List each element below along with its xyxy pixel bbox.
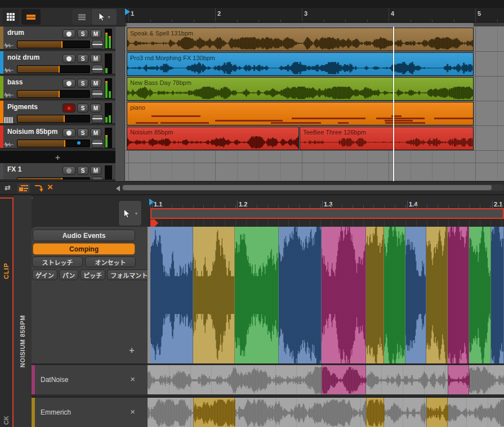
lane-name: DatNoise <box>41 376 68 384</box>
comp-segment[interactable] <box>193 227 235 363</box>
arranger-clip[interactable]: New Bass Day 78bpm <box>127 77 474 101</box>
lane-waveform-area[interactable] <box>148 398 504 427</box>
minor-tick <box>150 20 151 22</box>
record-arm-button[interactable] <box>63 54 75 63</box>
record-arm-button[interactable] <box>63 104 75 113</box>
solo-button[interactable]: S <box>77 29 88 38</box>
pan-button[interactable]: パン <box>59 269 79 280</box>
volume-fader[interactable] <box>17 177 90 181</box>
mute-button[interactable]: M <box>90 104 101 113</box>
meter-peak <box>109 36 111 38</box>
comp-segment[interactable] <box>405 227 426 363</box>
lane-waveform-area[interactable] <box>148 365 504 394</box>
detail-pointer-tool-button[interactable]: ▾ <box>118 200 142 226</box>
comp-lane-segment[interactable] <box>366 398 384 427</box>
comp-segment[interactable] <box>384 227 405 363</box>
track-header[interactable]: noiz drumSM <box>0 51 115 75</box>
comp-lane-header[interactable]: Emmerich× <box>32 398 148 427</box>
track-menu-button[interactable] <box>92 65 103 74</box>
comp-segment[interactable] <box>366 227 384 363</box>
lane-close-icon[interactable]: × <box>130 407 135 416</box>
mute-button[interactable]: M <box>90 29 101 38</box>
add-track-row[interactable]: + <box>0 151 115 163</box>
arranger-clip[interactable]: Pro3 rnd Morphing FX 130bpm <box>127 52 474 76</box>
close-panel-icon[interactable]: × <box>47 182 53 193</box>
strip-tick <box>395 219 395 227</box>
comp-region-bar[interactable] <box>150 208 504 219</box>
solo-button[interactable]: S <box>77 104 88 113</box>
horizontal-scrollbar[interactable] <box>122 185 504 191</box>
track-menu-button[interactable] <box>92 89 103 98</box>
comp-lane-segment[interactable] <box>426 398 448 427</box>
formant-button[interactable]: フォルマント <box>107 269 151 280</box>
volume-fader[interactable] <box>17 65 90 73</box>
arranger-clip[interactable]: Noisium 85bpm <box>127 127 299 150</box>
tab-partial[interactable]: CK <box>0 413 12 427</box>
lane-close-icon[interactable]: × <box>130 374 135 384</box>
play-start-marker-icon[interactable] <box>125 8 130 15</box>
record-arm-button[interactable] <box>63 128 75 137</box>
arranger-timeline-ruler[interactable]: 12345 <box>125 8 504 23</box>
comp-segment[interactable] <box>448 227 469 363</box>
comp-main-area[interactable] <box>148 227 504 363</box>
mute-button[interactable]: M <box>90 79 101 88</box>
arranger-zoom-scrollbar[interactable] <box>125 23 504 26</box>
flip-panels-icon[interactable]: ⇄ <box>5 183 11 192</box>
inspector-toggle-icon[interactable] <box>17 183 30 193</box>
comp-segment[interactable] <box>279 227 322 363</box>
pointer-tool-button[interactable]: ▾ <box>92 9 117 25</box>
arranger-clip[interactable]: piano <box>127 102 474 125</box>
stretch-button[interactable]: ストレッチ <box>32 257 83 267</box>
track-menu-button[interactable] <box>92 177 103 181</box>
track-header[interactable]: FX 1SM <box>0 163 115 181</box>
audio-events-button[interactable]: Audio Events <box>33 230 135 241</box>
add-comp-lane-button[interactable]: + <box>126 345 137 356</box>
volume-fader[interactable] <box>17 90 90 98</box>
track-header[interactable]: drumSM <box>0 26 115 50</box>
volume-fader[interactable] <box>17 115 90 123</box>
volume-fader[interactable] <box>17 41 90 48</box>
solo-button[interactable]: S <box>77 128 88 137</box>
return-arrow-icon[interactable] <box>34 183 43 195</box>
comp-segment[interactable] <box>469 227 491 363</box>
record-arm-button[interactable] <box>63 166 75 175</box>
mute-button[interactable]: M <box>90 166 101 175</box>
track-menu-button[interactable] <box>92 139 103 148</box>
comp-segment[interactable] <box>150 227 193 363</box>
arranger-clip[interactable]: TeeBee Three 126bpm <box>300 127 474 150</box>
record-arm-button[interactable] <box>63 29 75 38</box>
arranger-clip[interactable]: Speak & Spell 131bpm <box>127 28 474 51</box>
comp-lane-segment[interactable] <box>448 365 469 394</box>
solo-button[interactable]: S <box>77 166 88 175</box>
volume-fader[interactable] <box>17 140 90 147</box>
comping-button[interactable]: Comping <box>33 243 135 255</box>
comp-segment[interactable] <box>426 227 448 363</box>
comp-lane-segment[interactable] <box>322 365 366 394</box>
gain-button[interactable]: ゲイン <box>32 269 57 280</box>
scrollbar-thumb[interactable] <box>123 185 492 190</box>
comp-lane-header[interactable]: DatNoise× <box>32 365 148 394</box>
solo-button[interactable]: S <box>77 79 88 88</box>
track-header[interactable]: PigmentsSM <box>0 101 115 124</box>
comp-lane-segment[interactable] <box>193 398 235 427</box>
stack-view-button[interactable] <box>72 9 91 25</box>
mute-button[interactable]: M <box>90 128 101 137</box>
track-color-strip <box>0 101 3 123</box>
track-menu-button[interactable] <box>92 114 103 123</box>
track-header[interactable]: Noisium 85bpmSM <box>0 125 115 149</box>
grid-view-button[interactable] <box>2 9 19 25</box>
comp-segment[interactable] <box>235 227 279 363</box>
track-header[interactable]: bassSM <box>0 76 115 100</box>
arrange-view-button[interactable] <box>21 9 41 25</box>
comp-segment[interactable] <box>491 227 504 363</box>
pitch-button[interactable]: ピッチ <box>80 269 105 280</box>
mute-button[interactable]: M <box>90 54 101 63</box>
comp-segment[interactable] <box>322 227 366 363</box>
record-arm-button[interactable] <box>63 79 75 88</box>
solo-button[interactable]: S <box>77 54 88 63</box>
automation-dot-icon[interactable] <box>77 141 81 145</box>
track-menu-button[interactable] <box>92 40 103 49</box>
onset-button[interactable]: オンセット <box>85 257 136 267</box>
scroll-left-icon[interactable] <box>116 186 120 191</box>
tab-clip[interactable]: CLIP <box>0 251 12 291</box>
